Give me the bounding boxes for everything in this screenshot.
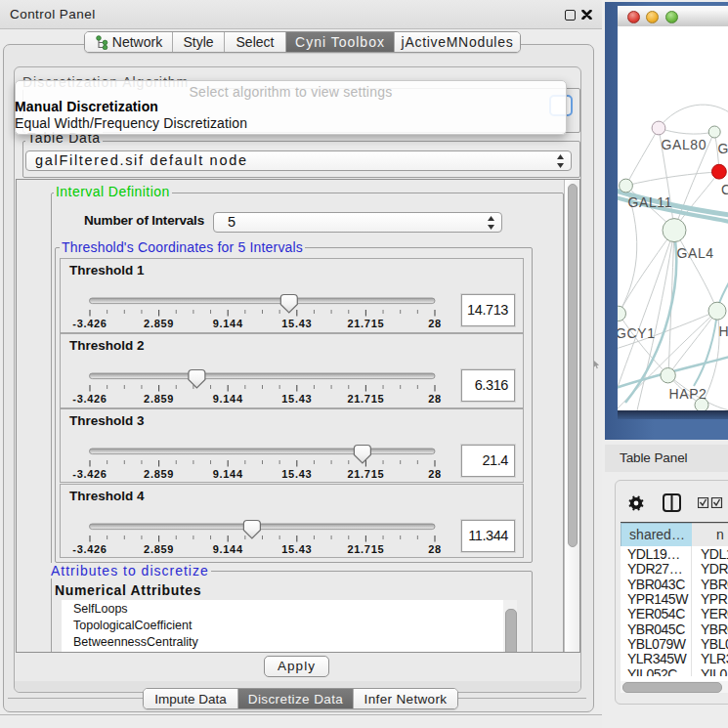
svg-text:9.144: 9.144 <box>213 318 243 329</box>
svg-text:9.144: 9.144 <box>213 542 243 554</box>
svg-text:21.715: 21.715 <box>347 542 384 554</box>
svg-text:GAL11: GAL11 <box>628 194 673 210</box>
svg-text:2.859: 2.859 <box>144 318 174 329</box>
svg-text:-3.426: -3.426 <box>72 318 107 329</box>
svg-text:28: 28 <box>428 542 442 554</box>
svg-text:2.859: 2.859 <box>144 542 174 554</box>
svg-text:GAL80: GAL80 <box>662 137 707 152</box>
svg-text:28: 28 <box>428 467 442 479</box>
svg-text:28: 28 <box>428 393 442 405</box>
svg-text:GAL4: GAL4 <box>677 245 714 261</box>
svg-text:HIS: HIS <box>719 323 728 339</box>
svg-text:C: C <box>721 182 728 197</box>
svg-text:9.144: 9.144 <box>213 393 243 405</box>
svg-text:GCY1: GCY1 <box>618 325 656 341</box>
svg-text:21.715: 21.715 <box>347 318 384 329</box>
svg-text:GA: GA <box>718 141 728 156</box>
svg-text:9.144: 9.144 <box>213 467 243 479</box>
svg-text:HAP2: HAP2 <box>669 386 707 402</box>
svg-text:28: 28 <box>428 318 442 329</box>
svg-text:2.859: 2.859 <box>144 467 174 479</box>
svg-text:21.715: 21.715 <box>347 467 384 479</box>
svg-text:-3.426: -3.426 <box>72 393 107 405</box>
svg-text:2.859: 2.859 <box>144 393 174 405</box>
svg-text:15.43: 15.43 <box>281 467 312 479</box>
svg-text:-3.426: -3.426 <box>72 542 107 554</box>
svg-text:-3.426: -3.426 <box>72 467 107 479</box>
svg-text:15.43: 15.43 <box>281 542 312 554</box>
svg-text:21.715: 21.715 <box>347 393 384 405</box>
svg-text:15.43: 15.43 <box>281 393 312 405</box>
svg-text:15.43: 15.43 <box>281 318 312 329</box>
